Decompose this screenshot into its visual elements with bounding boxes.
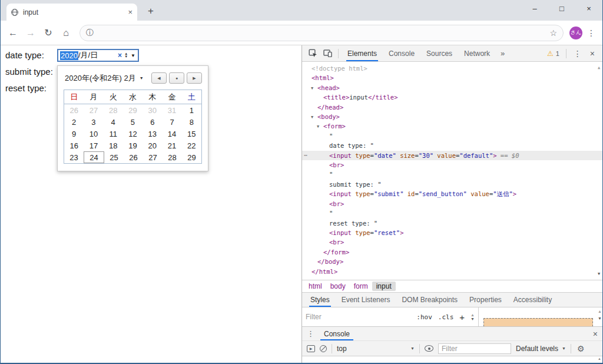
- calendar-day-27[interactable]: 27: [143, 151, 163, 163]
- devtools-close-icon[interactable]: ×: [586, 49, 599, 58]
- date-dropdown-icon[interactable]: ▼: [131, 53, 135, 58]
- calendar-month-label[interactable]: 2020年(令和2年) 2月: [65, 73, 136, 84]
- tab-properties[interactable]: Properties: [463, 293, 508, 307]
- row-overflow-dots[interactable]: ⋯: [304, 151, 307, 160]
- calendar-day-28[interactable]: 28: [163, 151, 182, 163]
- tree-row[interactable]: <input type="reset">: [302, 228, 602, 237]
- tree-row[interactable]: ": [302, 131, 602, 141]
- tree-row[interactable]: </form>: [302, 247, 602, 257]
- scroll-up-icon[interactable]: ▲: [598, 309, 602, 313]
- scroll-down-icon[interactable]: ▼: [598, 269, 600, 279]
- calendar-day-13[interactable]: 13: [143, 128, 162, 140]
- tree-row[interactable]: ⋯<input type="date" size="30" value="def…: [302, 151, 602, 160]
- browser-menu-icon[interactable]: ⋮: [585, 28, 598, 38]
- tree-row[interactable]: submit type: ": [302, 180, 602, 189]
- spin-down-icon[interactable]: ▼: [124, 55, 128, 58]
- calendar-day-10[interactable]: 10: [84, 128, 103, 140]
- tree-row[interactable]: ": [302, 170, 602, 179]
- tree-row[interactable]: <html>: [302, 73, 602, 82]
- tree-row[interactable]: ": [302, 209, 602, 218]
- expand-arrow-icon[interactable]: ▼: [311, 84, 313, 93]
- styles-filter-input[interactable]: [306, 312, 410, 323]
- clear-console-icon[interactable]: [320, 345, 327, 352]
- log-levels-dropdown[interactable]: Default levels ▼: [516, 345, 566, 353]
- calendar-day-29[interactable]: 29: [182, 151, 201, 163]
- date-input-month-day[interactable]: /月/日: [78, 50, 98, 61]
- tab-dom-breakpoints[interactable]: DOM Breakpoints: [396, 293, 463, 307]
- calendar-day-17[interactable]: 17: [84, 140, 103, 151]
- calendar-day-27[interactable]: 27: [84, 104, 103, 116]
- calendar-day-25[interactable]: 25: [104, 151, 124, 163]
- tab-styles[interactable]: Styles: [304, 293, 336, 307]
- crumb-html[interactable]: html: [304, 282, 326, 291]
- drawer-menu-icon[interactable]: ⋮: [307, 329, 314, 338]
- home-button[interactable]: ⌂: [58, 28, 74, 38]
- console-sidebar-icon[interactable]: ▶: [307, 345, 315, 352]
- calendar-next-button[interactable]: ▶: [187, 72, 202, 84]
- computed-scrollbar[interactable]: ▲ ▼: [598, 309, 602, 320]
- date-clear-icon[interactable]: ×: [118, 51, 122, 59]
- execution-context-dropdown[interactable]: top ▼: [337, 345, 415, 353]
- maximize-button[interactable]: □: [548, 0, 575, 18]
- calendar-day-20[interactable]: 20: [143, 140, 162, 151]
- calendar-day-1[interactable]: 1: [182, 104, 201, 116]
- tree-row[interactable]: <title>input</title>: [302, 92, 602, 102]
- calendar-day-6[interactable]: 6: [143, 116, 162, 128]
- tab-console[interactable]: Console: [383, 45, 420, 61]
- live-expression-eye-icon[interactable]: [425, 345, 433, 352]
- address-bar[interactable]: ⓘ ☆: [79, 25, 564, 41]
- tree-row[interactable]: <br>: [302, 160, 602, 170]
- calendar-day-31[interactable]: 31: [162, 104, 181, 116]
- tree-row[interactable]: <br>: [302, 199, 602, 209]
- calendar-day-14[interactable]: 14: [162, 128, 181, 140]
- calendar-day-24[interactable]: 24: [84, 151, 104, 163]
- scroll-down-icon[interactable]: ▼: [471, 317, 475, 321]
- calendar-day-7[interactable]: 7: [162, 116, 181, 128]
- tab-network[interactable]: Network: [458, 45, 496, 61]
- tree-row[interactable]: <!doctype html>: [302, 64, 602, 73]
- calendar-day-19[interactable]: 19: [123, 140, 143, 151]
- hover-toggle[interactable]: :hov: [416, 313, 432, 321]
- calendar-day-23[interactable]: 23: [64, 151, 84, 163]
- calendar-day-4[interactable]: 4: [104, 116, 123, 128]
- calendar-day-3[interactable]: 3: [84, 116, 103, 128]
- tree-row[interactable]: ▼<form>: [302, 121, 602, 131]
- calendar-day-9[interactable]: 9: [64, 128, 84, 140]
- profile-avatar[interactable]: さん: [569, 27, 582, 39]
- console-drawer-tab[interactable]: Console: [322, 327, 352, 340]
- console-filter-input[interactable]: [438, 343, 511, 354]
- issues-badge[interactable]: ⚠ 1: [544, 49, 563, 58]
- forward-button[interactable]: →: [23, 28, 38, 38]
- tab-accessibility[interactable]: Accessibility: [508, 293, 558, 307]
- close-button[interactable]: ×: [575, 0, 602, 18]
- calendar-day-26[interactable]: 26: [124, 151, 143, 163]
- tree-row[interactable]: <input type="submit" id="send_button" va…: [302, 189, 602, 198]
- device-toolbar-icon[interactable]: [323, 49, 332, 57]
- tree-row[interactable]: </html>: [302, 267, 602, 276]
- scroll-up-icon[interactable]: ▲: [471, 313, 475, 317]
- new-style-rule-button[interactable]: +: [459, 312, 465, 322]
- calendar-day-2[interactable]: 2: [64, 116, 84, 128]
- calendar-day-28[interactable]: 28: [104, 104, 123, 116]
- tree-row[interactable]: <br>: [302, 237, 602, 247]
- inspect-element-icon[interactable]: [309, 49, 317, 58]
- class-toggle[interactable]: .cls: [438, 313, 454, 321]
- styles-scrollbar[interactable]: ▲ ▼: [471, 313, 475, 321]
- elements-scrollbar[interactable]: ▲ ▼: [595, 62, 602, 280]
- calendar-day-18[interactable]: 18: [104, 140, 123, 151]
- minimize-button[interactable]: –: [521, 0, 548, 18]
- calendar-day-22[interactable]: 22: [182, 140, 201, 151]
- drawer-close-icon[interactable]: ×: [593, 329, 598, 339]
- scroll-down-icon[interactable]: ▼: [598, 316, 602, 320]
- tab-sources[interactable]: Sources: [420, 45, 458, 61]
- calendar-day-5[interactable]: 5: [123, 116, 143, 128]
- date-input-year-selected[interactable]: 2020: [60, 51, 78, 60]
- tab-close-icon[interactable]: ×: [128, 8, 132, 16]
- tree-row[interactable]: ▼<head>: [302, 83, 602, 92]
- calendar-month-dropdown-icon[interactable]: ▼: [140, 76, 144, 80]
- calendar-day-26[interactable]: 26: [64, 104, 84, 116]
- calendar-day-30[interactable]: 30: [143, 104, 162, 116]
- crumb-input[interactable]: input: [372, 282, 396, 291]
- new-tab-button[interactable]: +: [148, 5, 154, 17]
- devtools-menu-icon[interactable]: ⋮: [569, 49, 586, 58]
